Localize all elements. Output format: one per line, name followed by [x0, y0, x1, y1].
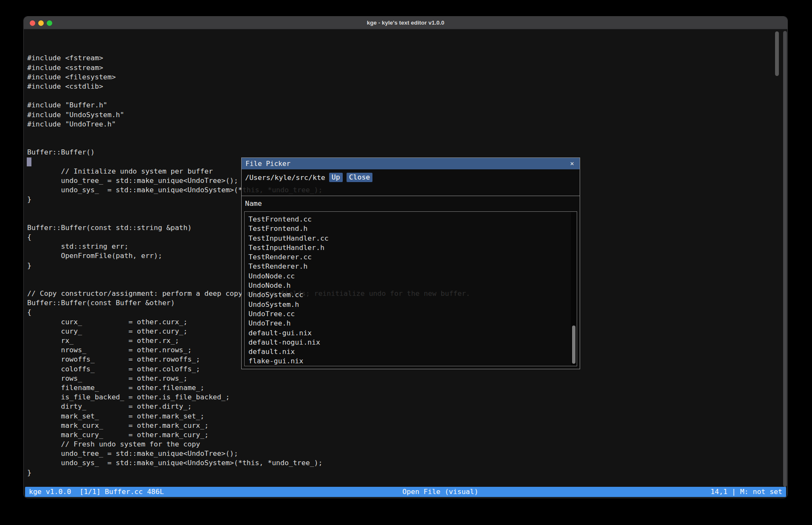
dialog-separator	[242, 196, 580, 196]
code-line: #include <filesystem>	[27, 73, 470, 82]
file-list-item[interactable]: default-gui.nix	[248, 328, 577, 338]
file-list-item[interactable]: UndoTree.h	[248, 319, 577, 328]
file-list[interactable]: TestFrontend.ccTestFrontend.hTestInputHa…	[244, 211, 577, 366]
file-list-scrollbar-thumb[interactable]	[572, 326, 575, 364]
code-line: #include <fstream>	[27, 53, 470, 63]
code-line: #include "Buffer.h"	[27, 101, 470, 110]
file-list-item[interactable]: TestInputHandler.h	[248, 243, 577, 253]
code-line: #include <sstream>	[27, 63, 470, 73]
file-list-item[interactable]: default.nix	[248, 347, 577, 357]
code-line: #include "UndoTree.h"	[27, 120, 470, 129]
file-list-item[interactable]: TestFrontend.h	[248, 224, 577, 233]
file-list-item[interactable]: TestFrontend.cc	[248, 215, 577, 224]
file-picker-titlebar[interactable]: File Picker ✕	[242, 158, 580, 169]
current-path: /Users/kyle/src/kte	[245, 174, 325, 182]
code-line: #include "UndoSystem.h"	[27, 110, 470, 120]
code-line	[27, 477, 470, 487]
file-list-item[interactable]: TestRenderer.h	[248, 262, 577, 271]
status-bar: kge v1.0.0 [1/1] Buffer.cc 486L Open Fil…	[25, 487, 786, 497]
code-line: is_file_backed_ = other.is_file_backed_;	[27, 393, 470, 402]
path-row: /Users/kyle/src/kte Up Close	[245, 173, 372, 182]
file-list-item[interactable]: UndoSystem.cc	[248, 290, 577, 300]
file-list-item[interactable]: UndoTree.cc	[248, 309, 577, 319]
code-line: dirty_ = other.dirty_;	[27, 402, 470, 411]
file-list-item[interactable]: flake-gui.nix	[248, 357, 577, 366]
file-picker-body: /Users/kyle/src/kte Up Close Name TestFr…	[242, 169, 580, 369]
file-picker-title: File Picker	[245, 160, 290, 168]
code-line	[27, 91, 470, 101]
status-mode: Open File (visual)	[403, 487, 479, 497]
file-list-item[interactable]: UndoSystem.h	[248, 300, 577, 309]
file-picker-dialog: File Picker ✕ /Users/kyle/src/kte Up Clo…	[241, 157, 580, 369]
close-button[interactable]: Close	[347, 173, 373, 182]
code-line	[27, 129, 470, 138]
file-list-item[interactable]: UndoNode.cc	[248, 272, 577, 281]
code-line: // Fresh undo system for the copy	[27, 440, 470, 449]
code-line: mark_cury_ = other.mark_cury_;	[27, 430, 470, 440]
file-list-item[interactable]: TestRenderer.cc	[248, 253, 577, 262]
text-cursor	[27, 157, 31, 166]
code-line	[27, 138, 470, 148]
code-line: mark_curx_ = other.mark_curx_;	[27, 421, 470, 430]
code-line: Buffer::Buffer()	[27, 148, 470, 157]
name-column-header: Name	[245, 199, 262, 208]
window-scrollbar-strip[interactable]	[783, 31, 787, 487]
up-button[interactable]: Up	[329, 173, 343, 182]
code-line: mark_set_ = other.mark_set_;	[27, 412, 470, 421]
code-line: rows_ = other.rows_;	[27, 374, 470, 383]
title-bar[interactable]: kge - kyle's text editor v1.0.0	[24, 17, 787, 29]
code-line: #include <cstdlib>	[27, 82, 470, 91]
editor-window: kge - kyle's text editor v1.0.0 #include…	[23, 16, 788, 498]
editor-scrollbar-thumb[interactable]	[775, 31, 779, 76]
code-line: }	[27, 468, 470, 477]
file-list-item[interactable]: default-nogui.nix	[248, 338, 577, 347]
code-line: undo_tree_ = std::make_unique<UndoTree>(…	[27, 449, 470, 458]
file-list-item[interactable]: TestInputHandler.cc	[248, 234, 577, 243]
code-line: filename_ = other.filename_;	[27, 383, 470, 393]
dialog-close-icon[interactable]: ✕	[568, 158, 576, 169]
status-cursor-mark: 14,1 | M: not set	[710, 487, 782, 497]
window-title: kge - kyle's text editor v1.0.0	[24, 17, 787, 29]
code-line: undo_sys_ = std::make_unique<UndoSystem>…	[27, 458, 470, 468]
status-version-file: kge v1.0.0 [1/1] Buffer.cc 486L	[29, 487, 164, 497]
file-list-item[interactable]: UndoNode.h	[248, 281, 577, 290]
